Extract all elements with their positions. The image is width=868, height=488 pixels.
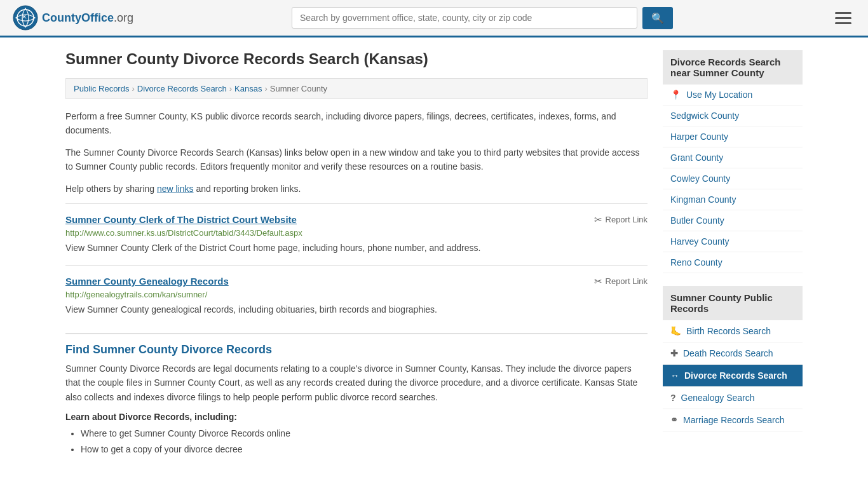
menu-line xyxy=(835,22,851,24)
report-link-btn-1[interactable]: ✂ Report Link xyxy=(594,276,648,287)
nearby-county-link-2[interactable]: Grant County xyxy=(670,152,723,163)
public-record-item-4[interactable]: ⚭ Marriage Records Search xyxy=(663,409,803,431)
nearby-county-link-3[interactable]: Cowley County xyxy=(670,173,730,184)
cross-icon: ✚ xyxy=(670,348,678,358)
location-icon: 📍 xyxy=(670,90,681,100)
breadcrumb: Public Records › Divorce Records Search … xyxy=(65,78,648,99)
search-button[interactable]: 🔍 xyxy=(642,7,673,29)
record-link-block-1: Sumner County Genealogy Records ✂ Report… xyxy=(65,265,648,327)
report-link-btn-0[interactable]: ✂ Report Link xyxy=(594,214,648,226)
scissors-icon: ✂ xyxy=(594,276,602,287)
logo-icon xyxy=(13,5,38,30)
public-records-list: 🦶 Birth Records Search ✚ Death Records S… xyxy=(663,320,803,431)
menu-button[interactable] xyxy=(831,8,855,28)
nearby-county-item-7[interactable]: Reno County xyxy=(663,252,803,273)
nearby-county-link-0[interactable]: Sedgwick County xyxy=(670,111,739,121)
learn-list: Where to get Sumner County Divorce Recor… xyxy=(81,427,648,456)
new-links-link[interactable]: new links xyxy=(157,184,194,194)
search-area: 🔍 xyxy=(292,7,673,29)
arrows-icon: ↔ xyxy=(670,370,679,381)
breadcrumb-divorce-records[interactable]: Divorce Records Search xyxy=(137,84,227,93)
menu-line xyxy=(835,17,851,19)
nearby-counties-list: Sedgwick CountyHarper CountyGrant County… xyxy=(663,105,803,273)
breadcrumb-sep: › xyxy=(264,84,267,93)
public-record-link-1[interactable]: Death Records Search xyxy=(683,348,773,358)
desc-para-2: The Sumner County Divorce Records Search… xyxy=(65,146,648,174)
learn-title: Learn about Divorce Records, including: xyxy=(65,412,648,422)
public-records-section: Sumner County Public Records 🦶 Birth Rec… xyxy=(663,286,803,431)
breadcrumb-kansas[interactable]: Kansas xyxy=(234,84,262,93)
menu-line xyxy=(835,12,851,14)
page-title: Sumner County Divorce Records Search (Ka… xyxy=(65,50,648,68)
learn-list-item-0: Where to get Sumner County Divorce Recor… xyxy=(81,427,648,440)
nearby-county-link-4[interactable]: Kingman County xyxy=(670,194,736,205)
public-record-link-0[interactable]: Birth Records Search xyxy=(686,326,771,336)
logo-text: CountyOffice.org xyxy=(42,11,133,25)
nearby-section-title: Divorce Records Search near Sumner Count… xyxy=(663,50,803,85)
public-record-item-0[interactable]: 🦶 Birth Records Search xyxy=(663,320,803,342)
record-link-title-0[interactable]: Sumner County Clerk of The District Cour… xyxy=(65,214,297,225)
marriage-icon: ⚭ xyxy=(670,415,678,425)
sidebar: Divorce Records Search near Sumner Count… xyxy=(663,50,803,459)
content-area: Sumner County Divorce Records Search (Ka… xyxy=(65,50,648,459)
nearby-section: Divorce Records Search near Sumner Count… xyxy=(663,50,803,273)
public-record-item-2[interactable]: ↔ Divorce Records Search xyxy=(663,365,803,387)
nearby-county-item-2[interactable]: Grant County xyxy=(663,147,803,168)
learn-list-item-1: How to get a copy of your divorce decree xyxy=(81,443,648,456)
desc-para-1: Perform a free Sumner County, KS public … xyxy=(65,109,648,138)
record-link-block-0: Sumner County Clerk of The District Cour… xyxy=(65,203,648,265)
find-section-title: Find Sumner County Divorce Records xyxy=(65,333,648,362)
public-records-section-title: Sumner County Public Records xyxy=(663,286,803,320)
record-link-url-1: http://genealogytrails.com/kan/sumner/ xyxy=(65,290,648,299)
record-links: Sumner County Clerk of The District Cour… xyxy=(65,203,648,327)
nearby-county-link-1[interactable]: Harper County xyxy=(670,132,728,142)
public-record-link-2[interactable]: Divorce Records Search xyxy=(684,370,787,381)
use-my-location-link[interactable]: Use My Location xyxy=(686,90,752,100)
breadcrumb-public-records[interactable]: Public Records xyxy=(74,84,129,93)
record-link-desc-0: View Sumner County Clerk of the District… xyxy=(65,241,648,255)
report-link-label: Report Link xyxy=(606,276,648,286)
scissors-icon: ✂ xyxy=(594,214,602,226)
nearby-county-link-5[interactable]: Butler County xyxy=(670,215,724,226)
nearby-county-item-0[interactable]: Sedgwick County xyxy=(663,105,803,126)
nearby-county-item-4[interactable]: Kingman County xyxy=(663,189,803,210)
nearby-county-link-6[interactable]: Harvey County xyxy=(670,236,729,247)
breadcrumb-sep: › xyxy=(132,84,134,93)
desc-para-3: Help others by sharing new links and rep… xyxy=(65,182,648,196)
public-record-item-1[interactable]: ✚ Death Records Search xyxy=(663,342,803,365)
nearby-county-item-6[interactable]: Harvey County xyxy=(663,231,803,252)
find-section: Find Sumner County Divorce Records Sumne… xyxy=(65,333,648,456)
nearby-county-item-3[interactable]: Cowley County xyxy=(663,168,803,189)
nearby-county-item-5[interactable]: Butler County xyxy=(663,210,803,231)
find-section-body: Sumner County Divorce Records are legal … xyxy=(65,362,648,404)
record-link-desc-1: View Sumner County genealogical records,… xyxy=(65,303,648,316)
use-my-location-item[interactable]: 📍 Use My Location xyxy=(663,85,803,105)
public-record-link-3[interactable]: Genealogy Search xyxy=(681,393,755,403)
record-link-url-0: http://www.co.sumner.ks.us/DistrictCourt… xyxy=(65,228,648,238)
birth-icon: 🦶 xyxy=(670,326,681,336)
logo[interactable]: CountyOffice.org xyxy=(13,5,133,30)
question-icon: ? xyxy=(670,393,676,403)
public-record-link-4[interactable]: Marriage Records Search xyxy=(683,415,785,425)
public-record-item-3[interactable]: ? Genealogy Search xyxy=(663,387,803,409)
site-header: CountyOffice.org 🔍 xyxy=(0,0,868,37)
breadcrumb-current: Sumner County xyxy=(270,84,327,93)
nearby-county-link-7[interactable]: Reno County xyxy=(670,257,722,268)
record-link-title-1[interactable]: Sumner County Genealogy Records xyxy=(65,276,229,287)
report-link-label: Report Link xyxy=(606,215,648,224)
main-container: Sumner County Divorce Records Search (Ka… xyxy=(53,37,815,471)
nearby-county-item-1[interactable]: Harper County xyxy=(663,126,803,147)
breadcrumb-sep: › xyxy=(229,84,232,93)
search-input[interactable] xyxy=(292,7,637,29)
